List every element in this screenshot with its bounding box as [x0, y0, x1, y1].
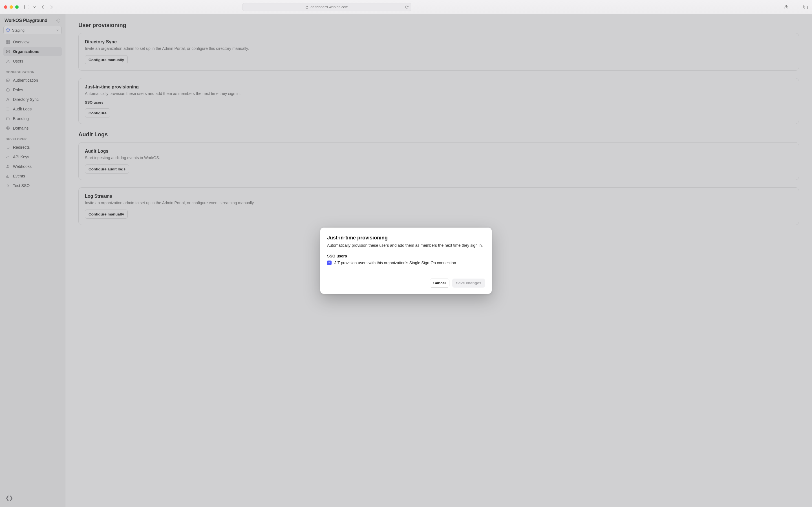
modal-overlay[interactable]: Just-in-time provisioning Automatically …: [0, 14, 812, 507]
checkbox-checked-icon[interactable]: [327, 261, 332, 265]
svg-rect-2: [306, 7, 308, 8]
cancel-button[interactable]: Cancel: [430, 279, 449, 288]
checkbox-label: JIT-provision users with this organizati…: [335, 261, 456, 265]
modal-title: Just-in-time provisioning: [327, 235, 485, 241]
address-bar[interactable]: dashboard.workos.com: [242, 3, 411, 11]
window-zoom[interactable]: [15, 5, 18, 9]
lock-icon: [305, 5, 309, 9]
svg-rect-0: [24, 5, 29, 9]
svg-rect-4: [804, 6, 808, 9]
window-minimize[interactable]: [10, 5, 13, 9]
window-close[interactable]: [4, 5, 7, 9]
share-icon[interactable]: [784, 4, 789, 10]
new-tab-icon[interactable]: [794, 4, 799, 10]
window-controls: [4, 5, 18, 9]
jit-sso-checkbox-row[interactable]: JIT-provision users with this organizati…: [327, 261, 485, 265]
sidebar-toggle-icon[interactable]: [24, 4, 29, 10]
chevron-down-icon[interactable]: [33, 4, 36, 10]
save-changes-button[interactable]: Save changes: [452, 279, 485, 288]
back-icon[interactable]: [40, 4, 45, 10]
tabs-icon[interactable]: [803, 4, 808, 10]
modal-field-label: SSO users: [327, 254, 485, 258]
forward-icon[interactable]: [49, 4, 54, 10]
jit-provisioning-modal: Just-in-time provisioning Automatically …: [320, 228, 492, 294]
browser-chrome: dashboard.workos.com: [0, 0, 812, 14]
refresh-icon[interactable]: [405, 5, 409, 9]
modal-description: Automatically provision these users and …: [327, 243, 485, 247]
url-text: dashboard.workos.com: [310, 5, 348, 9]
